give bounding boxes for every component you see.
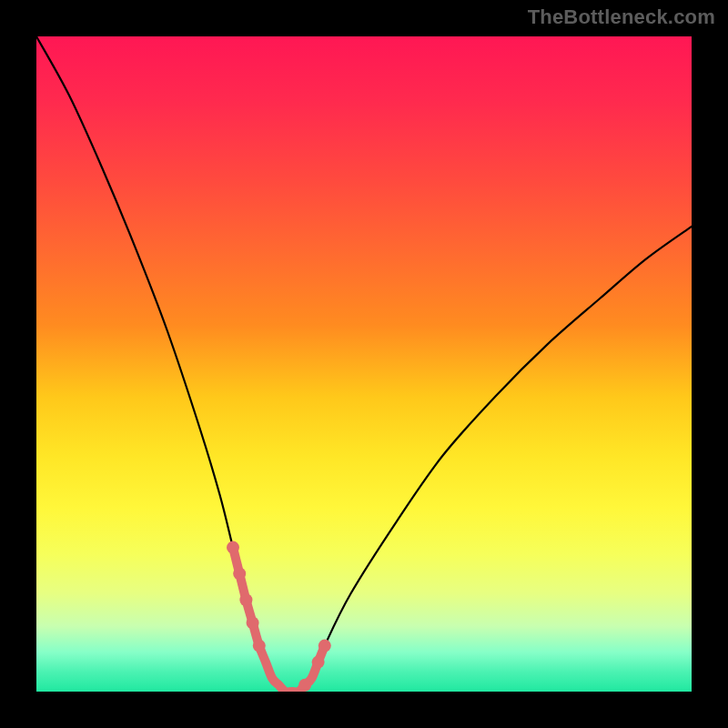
- bottleneck-curve: [36, 36, 692, 692]
- highlight-dot: [239, 593, 252, 606]
- highlight-dot: [253, 640, 266, 652]
- watermark-text: TheBottleneck.com: [528, 5, 715, 29]
- highlight-dot: [312, 656, 325, 669]
- chart-frame: TheBottleneck.com: [0, 0, 728, 728]
- highlight-dot: [247, 616, 259, 629]
- plot-area: [36, 36, 692, 692]
- highlight-dot: [318, 640, 331, 652]
- optimal-range-highlight: [233, 548, 325, 692]
- highlight-dot: [298, 679, 311, 692]
- highlight-dot: [233, 567, 246, 580]
- highlight-dot: [227, 541, 239, 554]
- curve-svg: [36, 36, 692, 692]
